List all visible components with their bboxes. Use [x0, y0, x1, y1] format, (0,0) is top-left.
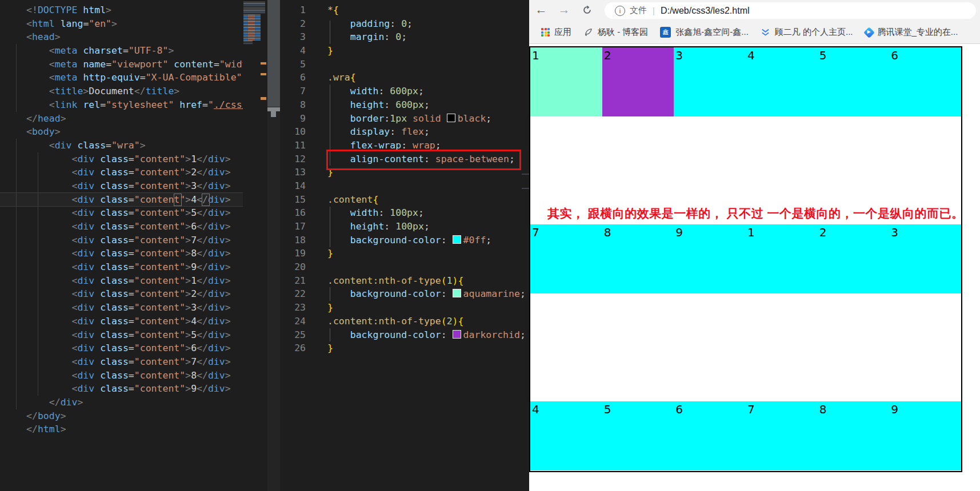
- code-line[interactable]: <title>Document</title>: [0, 84, 243, 98]
- minimap[interactable]: [243, 0, 267, 491]
- code-line[interactable]: <div class="content">5</div>: [0, 206, 243, 220]
- code-line[interactable]: 3 margin: 0;: [280, 30, 529, 44]
- code-line[interactable]: 25 background-color: darkorchid;: [280, 328, 529, 342]
- code-line[interactable]: <div class="content">9</div>: [0, 382, 243, 396]
- code-line[interactable]: 2 padding: 0;: [280, 17, 529, 31]
- code-line[interactable]: <div class="content">8</div>: [0, 247, 243, 260]
- code-line[interactable]: </body>: [0, 409, 243, 423]
- code-line[interactable]: <div class="content">7</div>: [0, 355, 243, 369]
- code-line[interactable]: <html lang="en">: [0, 17, 243, 31]
- reload-button[interactable]: [578, 1, 595, 18]
- line-number: 25: [280, 328, 306, 342]
- bookmark-item[interactable]: ▶ 腾讯课堂_专业的在...: [865, 27, 958, 38]
- code-line[interactable]: <div class="content">9</div>: [0, 260, 243, 274]
- apps-grid-dot: [547, 34, 550, 37]
- code-line[interactable]: 22 background-color: aquamarine;: [280, 287, 529, 301]
- css-editor-pane[interactable]: 1*{2 padding: 0;3 margin: 0;4}56.wra{7 w…: [280, 0, 529, 491]
- code-line[interactable]: 26}: [280, 341, 529, 355]
- code-line[interactable]: <div class="content">2</div>: [0, 166, 243, 179]
- minimap-mark: [261, 62, 266, 65]
- code-line[interactable]: <link rel="stylesheet" href="./css/les2.…: [0, 98, 243, 112]
- code-line[interactable]: 19}: [280, 247, 529, 260]
- overview-ruler-mark: [522, 188, 529, 189]
- bookmark-apps[interactable]: 应用: [541, 27, 571, 38]
- code-line[interactable]: <div class="content">8</div>: [0, 369, 243, 383]
- code-line[interactable]: <!DOCTYPE html>: [0, 3, 243, 17]
- code-line[interactable]: 1*{: [280, 3, 529, 17]
- code-line[interactable]: 23}: [280, 301, 529, 315]
- code-line[interactable]: <div class="content">7</div>: [0, 234, 243, 247]
- code-line[interactable]: </html>: [0, 422, 243, 436]
- line-number: 19: [280, 247, 306, 260]
- code-line[interactable]: 7 width: 600px;: [280, 84, 529, 98]
- code-line[interactable]: 20: [280, 260, 529, 274]
- code-line[interactable]: <div class="content">3</div>: [0, 179, 243, 193]
- html-editor-pane[interactable]: <!DOCTYPE html><html lang="en"><head> <m…: [0, 0, 243, 491]
- code-line[interactable]: <body>: [0, 125, 243, 139]
- line-number: 8: [280, 98, 306, 112]
- code-line[interactable]: <div class="wra">: [0, 139, 243, 152]
- apps-grid-dot: [545, 31, 547, 34]
- flex-item: 5: [818, 47, 890, 116]
- code-line[interactable]: 24.content:nth-of-type(2){: [280, 315, 529, 328]
- scrollbar-thumb[interactable]: [267, 0, 280, 107]
- code-line[interactable]: <div class="content">6</div>: [0, 220, 243, 234]
- code-line[interactable]: <div class="content">6</div>: [0, 341, 243, 355]
- forward-button[interactable]: →: [555, 1, 573, 18]
- apps-grid-dot: [541, 28, 543, 30]
- line-number: 10: [280, 125, 306, 139]
- code-line[interactable]: <meta http-equiv="X-UA-Compatible" conte: [0, 71, 243, 84]
- code-line[interactable]: <div class="content">1</div>: [0, 274, 243, 288]
- url-scheme-label: 文件: [630, 5, 647, 16]
- address-bar[interactable]: i 文件 | D:/web/css3/les2.html: [605, 2, 976, 19]
- code-line[interactable]: 14: [280, 179, 529, 193]
- flex-row: 456789: [530, 401, 961, 470]
- code-line[interactable]: 15.content{: [280, 193, 529, 207]
- flex-item: 6: [674, 401, 746, 470]
- code-line[interactable]: 10 display: flex;: [280, 125, 529, 139]
- bookmark-item[interactable]: 杨耿 - 博客园: [583, 27, 648, 38]
- color-swatch[interactable]: [453, 289, 461, 297]
- code-line[interactable]: 8 height: 600px;: [280, 98, 529, 112]
- bookmark-item[interactable]: 鑫 张鑫旭-鑫空间-鑫...: [660, 27, 749, 38]
- line-number: 13: [280, 166, 306, 179]
- code-line[interactable]: <div class="content">5</div>: [0, 328, 243, 342]
- code-line[interactable]: <div class="content">2</div>: [0, 287, 243, 301]
- code-line[interactable]: <head>: [0, 30, 243, 44]
- code-line[interactable]: <meta charset="UTF-8">: [0, 44, 243, 58]
- code-line[interactable]: 4}: [280, 44, 529, 58]
- code-line[interactable]: 16 width: 100px;: [280, 206, 529, 220]
- scrollbar-marker: [271, 111, 276, 117]
- flex-container: 123456789123456789: [529, 46, 962, 472]
- code-line[interactable]: <div class="content">3</div>: [0, 301, 243, 315]
- line-number: 23: [280, 301, 306, 315]
- code-line[interactable]: <div class="content">1</div>: [0, 152, 243, 166]
- color-swatch[interactable]: [447, 114, 455, 122]
- editor-scrollbar[interactable]: [267, 0, 280, 491]
- indent-guide: [16, 139, 17, 409]
- code-line[interactable]: </div>: [0, 396, 243, 409]
- code-line[interactable]: 9 border:1px solid black;: [280, 112, 529, 126]
- code-line[interactable]: 5: [280, 58, 529, 71]
- code-line[interactable]: <meta name="viewport" content="width=dev…: [0, 58, 243, 71]
- back-button[interactable]: ←: [533, 1, 550, 18]
- bookmark-item[interactable]: 顾二凡 的个人主页...: [761, 27, 853, 38]
- code-line[interactable]: </head>: [0, 112, 243, 126]
- code-line[interactable]: 6.wra{: [280, 71, 529, 84]
- rendered-page: 123456789123456789 其实， 跟横向的效果是一样的， 只不过 一…: [529, 44, 980, 491]
- code-line[interactable]: <div class="content">4</div>: [0, 315, 243, 328]
- color-swatch[interactable]: [453, 330, 461, 339]
- page-info-icon[interactable]: i: [615, 6, 625, 16]
- code-line[interactable]: 18 background-color: #0ff;: [280, 234, 529, 247]
- line-number: 11: [280, 139, 306, 152]
- code-line[interactable]: 21.content:nth-of-type(1){: [280, 274, 529, 288]
- xin-favicon: 鑫: [660, 27, 671, 38]
- flex-item: 7: [746, 401, 818, 470]
- url-text[interactable]: D:/web/css3/les2.html: [661, 6, 750, 16]
- scrollbar-marker: [267, 107, 280, 111]
- code-line[interactable]: 17 height: 100px;: [280, 220, 529, 234]
- color-swatch[interactable]: [453, 235, 461, 244]
- apps-grid-dot: [547, 31, 550, 34]
- bracket-guide: [330, 328, 330, 341]
- screen: <!DOCTYPE html><html lang="en"><head> <m…: [0, 0, 980, 491]
